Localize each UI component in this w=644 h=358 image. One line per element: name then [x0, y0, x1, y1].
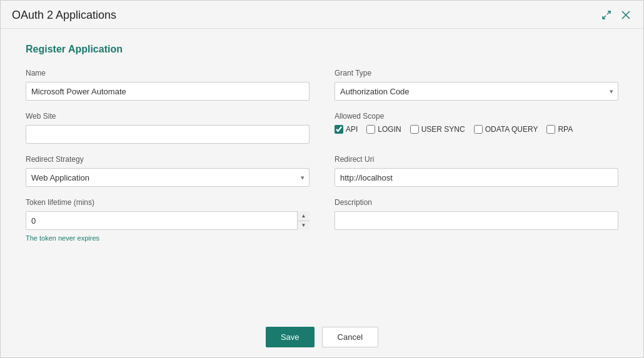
token-lifetime-label: Token lifetime (mins) — [26, 198, 309, 207]
expand-button[interactable] — [600, 8, 613, 22]
grant-type-select[interactable]: Authorization Code Implicit Client Crede… — [335, 82, 618, 101]
dialog-title: OAuth 2 Applications — [12, 9, 116, 22]
website-group: Web Site — [26, 112, 309, 144]
dialog-body: Register Application Name Grant Type Aut… — [1, 29, 643, 317]
spinbox-down-button[interactable]: ▼ — [298, 221, 309, 231]
name-label: Name — [26, 69, 309, 77]
scope-rpa[interactable]: RPA — [546, 125, 573, 134]
scope-odata-query-label: ODATA QUERY — [485, 125, 538, 134]
close-icon — [621, 10, 631, 20]
scope-odata-query-checkbox[interactable] — [474, 125, 483, 134]
scope-login-label: LOGIN — [378, 125, 401, 134]
scope-user-sync-label: USER SYNC — [421, 125, 465, 134]
oauth-dialog: OAuth 2 Applications Register Applicatio… — [0, 0, 644, 358]
website-input[interactable] — [26, 125, 309, 144]
description-label: Description — [335, 198, 618, 207]
scope-checkboxes: API LOGIN USER SYNC ODATA QUERY — [335, 125, 618, 134]
allowed-scope-group: Allowed Scope API LOGIN USER SYNC — [335, 112, 618, 144]
save-button[interactable]: Save — [266, 327, 314, 347]
redirect-uri-input[interactable] — [335, 168, 618, 187]
token-lifetime-spinbox-wrapper: ▲ ▼ — [26, 211, 309, 230]
form-grid: Name Grant Type Authorization Code Impli… — [26, 69, 618, 242]
header-actions — [600, 8, 632, 22]
redirect-uri-group: Redirect Uri — [335, 155, 618, 187]
dialog-header: OAuth 2 Applications — [1, 1, 643, 29]
redirect-strategy-select[interactable]: Web Application Native Single Page Appli… — [26, 168, 309, 187]
allowed-scope-label: Allowed Scope — [335, 112, 618, 121]
website-label: Web Site — [26, 112, 309, 121]
dialog-footer: Save Cancel — [1, 317, 643, 357]
scope-rpa-checkbox[interactable] — [546, 125, 555, 134]
spinbox-up-button[interactable]: ▲ — [298, 211, 309, 221]
close-button[interactable] — [620, 9, 632, 21]
description-input[interactable] — [335, 211, 618, 230]
cancel-button[interactable]: Cancel — [322, 327, 378, 347]
scope-api-label: API — [346, 125, 358, 134]
scope-odata-query[interactable]: ODATA QUERY — [474, 125, 538, 134]
scope-api[interactable]: API — [335, 125, 358, 134]
scope-rpa-label: RPA — [558, 125, 573, 134]
section-title: Register Application — [26, 44, 618, 55]
scope-user-sync-checkbox[interactable] — [410, 125, 419, 134]
expand-icon — [601, 9, 612, 21]
scope-login[interactable]: LOGIN — [366, 125, 401, 134]
token-lifetime-input[interactable] — [26, 211, 309, 230]
scope-api-checkbox[interactable] — [335, 125, 343, 134]
token-hint: The token never expires — [26, 234, 309, 242]
redirect-uri-label: Redirect Uri — [335, 155, 618, 164]
redirect-strategy-group: Redirect Strategy Web Application Native… — [26, 155, 309, 187]
grant-type-select-wrapper: Authorization Code Implicit Client Crede… — [335, 82, 618, 101]
scope-login-checkbox[interactable] — [366, 125, 375, 134]
redirect-strategy-select-wrapper: Web Application Native Single Page Appli… — [26, 168, 309, 187]
spinbox-buttons: ▲ ▼ — [297, 211, 309, 230]
grant-type-group: Grant Type Authorization Code Implicit C… — [335, 69, 618, 101]
token-lifetime-group: Token lifetime (mins) ▲ ▼ The token neve… — [26, 198, 309, 242]
scope-user-sync[interactable]: USER SYNC — [410, 125, 465, 134]
redirect-strategy-label: Redirect Strategy — [26, 155, 309, 164]
name-input[interactable] — [26, 82, 309, 101]
description-group: Description — [335, 198, 618, 242]
grant-type-label: Grant Type — [335, 69, 618, 77]
name-group: Name — [26, 69, 309, 101]
